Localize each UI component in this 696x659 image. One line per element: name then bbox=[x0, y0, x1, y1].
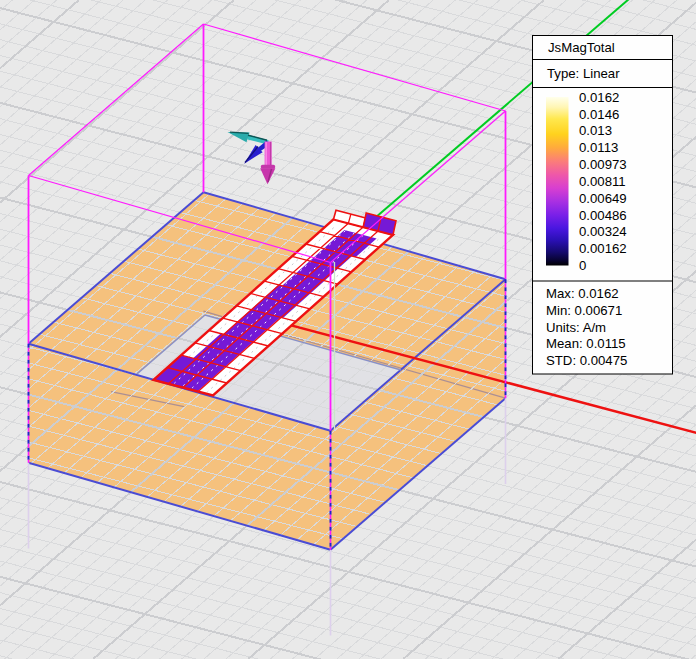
svg-text:Type: Linear: Type: Linear bbox=[547, 66, 620, 81]
svg-text:Mean: 0.0115: Mean: 0.0115 bbox=[546, 336, 626, 351]
svg-text:0.00162: 0.00162 bbox=[579, 241, 627, 256]
svg-text:0.00973: 0.00973 bbox=[579, 157, 627, 172]
svg-text:0.0146: 0.0146 bbox=[579, 107, 619, 122]
svg-text:0.00324: 0.00324 bbox=[579, 224, 627, 239]
svg-text:STD: 0.00475: STD: 0.00475 bbox=[546, 353, 627, 368]
svg-text:0.0162: 0.0162 bbox=[579, 90, 619, 105]
svg-text:0.013: 0.013 bbox=[579, 123, 612, 138]
svg-text:Units: A/m: Units: A/m bbox=[546, 320, 606, 335]
svg-text:0.00649: 0.00649 bbox=[579, 191, 627, 206]
svg-text:0.0113: 0.0113 bbox=[579, 140, 618, 155]
svg-text:JsMagTotal: JsMagTotal bbox=[548, 40, 615, 55]
svg-text:0.00486: 0.00486 bbox=[579, 208, 627, 223]
svg-text:0.00811: 0.00811 bbox=[579, 174, 626, 189]
svg-text:Max: 0.0162: Max: 0.0162 bbox=[546, 286, 619, 301]
svg-text:0: 0 bbox=[579, 258, 586, 273]
svg-text:Min: 0.00671: Min: 0.00671 bbox=[546, 303, 622, 318]
